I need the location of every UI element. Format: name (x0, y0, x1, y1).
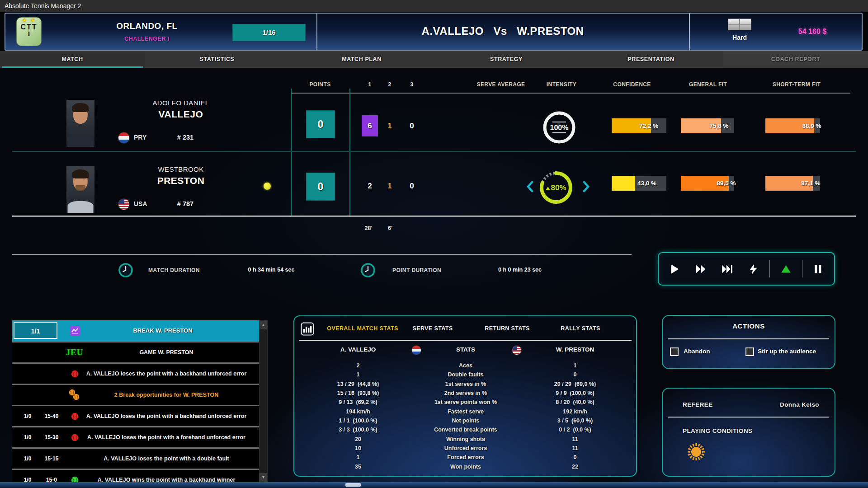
player2-confidence-bar: 43,0 % (612, 176, 666, 191)
stats-label: Aces (398, 362, 533, 369)
stats-label: 1st serve points won % (398, 399, 533, 405)
player2-set2-score: 1 (382, 175, 398, 197)
stats-label: Fastest serve (398, 408, 533, 415)
tab-strategy[interactable]: STRATEGY (434, 51, 579, 68)
window-titlebar[interactable]: Absolute Tennis Manager 2 (0, 0, 868, 12)
point-duration-clock-icon (360, 263, 376, 280)
surface-label: Hard (717, 34, 762, 41)
player2-last-name: PRESTON (127, 175, 235, 186)
window-title: Absolute Tennis Manager 2 (5, 2, 81, 9)
stats-row: 2Aces1 (294, 362, 636, 371)
actions-divider (668, 338, 829, 339)
points-col-line (349, 89, 350, 216)
abandon-checkbox[interactable] (670, 347, 679, 356)
player1-first-name: ADOLFO DANIEL (127, 99, 235, 107)
list-item[interactable]: 2 Break opportunities for W. PRESTON (12, 384, 259, 405)
player1-last-name: VALLEJO (127, 109, 235, 120)
checkbox-label: Abandon (684, 348, 710, 355)
list-item[interactable]: 1/015-15A. VALLEJO loses the point with … (12, 447, 259, 469)
points-col-line (291, 89, 292, 216)
checkbox-label: Stir up the audience (758, 348, 816, 355)
player2-rank: # 787 (170, 200, 201, 207)
play-button[interactable] (664, 258, 685, 279)
col-set-1: 1 (368, 81, 371, 88)
log-text: 2 Break opportunities for W. PRESTON (80, 385, 253, 405)
col-short-term-fit: SHORT-TERM FIT (773, 81, 821, 88)
stats-value-right: 22 (516, 464, 634, 470)
player1-set1-score: 6 (362, 115, 378, 136)
lightning-icon (747, 263, 760, 275)
intensity-decrease-button[interactable] (524, 179, 536, 194)
list-item[interactable]: A. VALLEJO loses the point with a backha… (12, 362, 259, 384)
stats-row: 1Double faults0 (294, 371, 636, 380)
col-set-2: 2 (388, 81, 391, 88)
stats-tab-return-stats[interactable]: RETURN STATS (485, 325, 529, 332)
tab-presentation[interactable]: PRESENTATION (579, 51, 723, 68)
stats-tab-rally-stats[interactable]: RALLY STATS (561, 325, 600, 332)
player2-points: 0 (306, 173, 335, 201)
money-amount: 54 160 $ (769, 28, 855, 36)
list-item[interactable]: 1/015-40A. VALLEJO loses the point with … (12, 405, 259, 426)
set1-duration: 28' (361, 225, 376, 231)
pause-button[interactable] (808, 258, 829, 279)
tab-coach-report: COACH REPORT (723, 51, 868, 68)
log-games: 1/0 (19, 406, 37, 426)
stir-up-the-audience-checkbox[interactable] (745, 347, 754, 356)
bar-chart-icon (301, 322, 314, 338)
eject-button[interactable] (775, 258, 796, 279)
tab-match-plan[interactable]: MATCH PLAN (289, 51, 434, 68)
scroll-up-icon[interactable]: ▲ (259, 321, 267, 329)
skip-to-end-icon (721, 263, 733, 275)
app-window: Absolute Tennis Manager 2 ★ ★ CTT I ORLA… (0, 0, 868, 488)
playback-controls (658, 252, 835, 286)
stats-label: 2nd serves in % (398, 390, 533, 396)
log-text: A. VALLEJO loses the point with a backha… (80, 364, 253, 384)
event-log-header[interactable]: 1/1 BREAK W. PRESTON (12, 320, 259, 341)
stats-value-right: 11 (516, 445, 634, 451)
event-log-header-text: BREAK W. PRESTON (71, 320, 255, 341)
playback-separator (802, 260, 802, 277)
bar-value: 43,0 % (637, 176, 656, 191)
intensity-increase-button[interactable] (580, 179, 592, 194)
stats-value-right: 0 (516, 371, 634, 378)
list-item[interactable]: JEUGAME W. PRESTON (12, 341, 259, 362)
tournament-location: ORLANDO, FL (81, 21, 212, 31)
scroll-down-icon[interactable]: ▼ (259, 473, 267, 482)
stats-tab-overall-match-stats[interactable]: OVERALL MATCH STATS (327, 325, 398, 332)
log-games: 1/0 (19, 449, 37, 469)
eject-icon (780, 263, 792, 275)
col-intensity: INTENSITY (547, 81, 576, 88)
log-games: 1/0 (19, 470, 37, 482)
round-indicator: 1/16 (232, 24, 306, 41)
list-item[interactable]: 1/015-0A. VALLEJO wins the point with a … (12, 469, 259, 482)
row-divider (12, 216, 856, 217)
tournament-level: CHALLENGER I (81, 36, 212, 42)
tab-statistics[interactable]: STATISTICS (145, 51, 289, 68)
col-points: POINTS (309, 81, 330, 88)
fast-forward-button[interactable] (690, 258, 711, 279)
stats-row: 10Unforced errors11 (294, 445, 636, 454)
set2-duration: 6' (382, 225, 398, 231)
event-log-scrollbar[interactable]: ▲ ▼ (259, 320, 268, 482)
player1-photo (66, 100, 94, 147)
player1-set2-score: 1 (382, 115, 398, 136)
tab-match[interactable]: MATCH (0, 51, 145, 68)
point-duration-label: POINT DURATION (392, 267, 441, 273)
list-item[interactable]: 1/015-30A. VALLEJO loses the point with … (12, 426, 259, 447)
bar-fill (612, 176, 635, 191)
lightning-button[interactable] (743, 258, 764, 279)
log-text: A. VALLEJO wins the point with a backhan… (80, 470, 253, 482)
play-icon (669, 263, 681, 275)
main-content: POINTS 1 2 3 SERVE AVERAGE INTENSITY CON… (0, 68, 868, 482)
skip-to-end-button[interactable] (717, 258, 738, 279)
match-duration-value: 0 h 34 min 54 sec (248, 267, 295, 273)
stats-label: Double faults (398, 371, 533, 378)
window-resize-notch (345, 483, 361, 487)
stats-player-left: A. VALLEJO (340, 346, 376, 353)
event-log: 1/1 BREAK W. PRESTON JEUGAME W. PRESTONA… (12, 320, 259, 482)
player2-set3-score: 0 (404, 175, 420, 197)
window-bottom-edge (0, 482, 868, 488)
stats-tab-serve-stats[interactable]: SERVE STATS (412, 325, 453, 332)
stats-panel: OVERALL MATCH STATSSERVE STATSRETURN STA… (293, 315, 637, 477)
bar-value: 88,9 % (802, 118, 821, 133)
